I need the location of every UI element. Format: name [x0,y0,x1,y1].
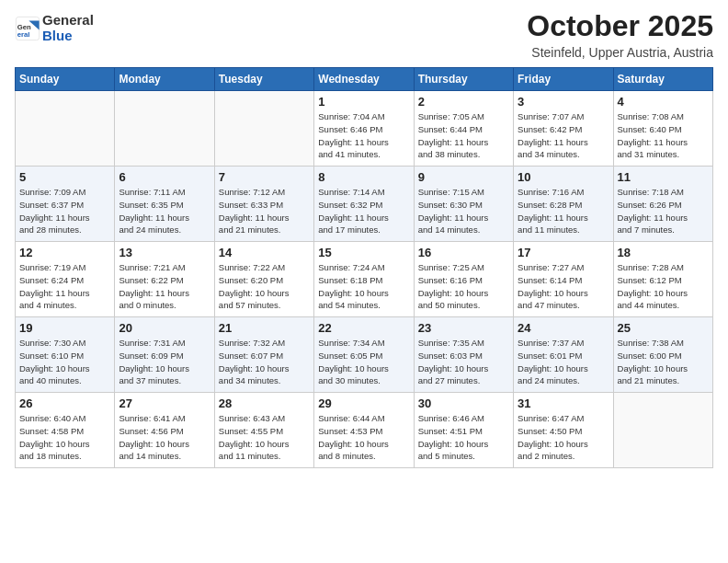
info-line: and 34 minutes. [518,149,580,159]
info-line: Daylight: 10 hours [518,439,588,449]
day-number: 6 [119,170,210,184]
info-line: Daylight: 10 hours [518,288,588,298]
day-cell: 20Sunrise: 7:31 AMSunset: 6:09 PMDayligh… [115,317,214,393]
day-cell: 10Sunrise: 7:16 AMSunset: 6:28 PMDayligh… [514,167,613,242]
day-info: Sunrise: 6:43 AMSunset: 4:55 PMDaylight:… [219,412,310,463]
day-number: 3 [518,95,609,109]
logo: Gen eral General Blue [15,13,94,43]
info-line: Sunset: 6:46 PM [318,124,382,134]
day-cell: 25Sunrise: 7:38 AMSunset: 6:00 PMDayligh… [613,317,712,393]
day-cell: 24Sunrise: 7:37 AMSunset: 6:01 PMDayligh… [514,317,613,393]
info-line: Sunrise: 7:35 AM [418,338,484,348]
info-line: Sunrise: 6:44 AM [318,413,384,423]
info-line: Sunset: 4:51 PM [418,426,483,436]
info-line: Daylight: 10 hours [318,288,389,298]
day-number: 21 [219,321,310,335]
week-row-4: 19Sunrise: 7:30 AMSunset: 6:10 PMDayligh… [16,317,713,393]
header-row: SundayMondayTuesdayWednesdayThursdayFrid… [16,68,713,91]
info-line: Sunset: 6:09 PM [119,350,183,361]
main-title: October 2025 [527,9,713,43]
info-line: and 5 minutes. [418,451,475,461]
day-info: Sunrise: 6:41 AMSunset: 4:56 PMDaylight:… [119,412,210,463]
day-info: Sunrise: 7:27 AMSunset: 6:14 PMDaylight:… [518,261,609,312]
day-cell: 8Sunrise: 7:14 AMSunset: 6:32 PMDaylight… [314,167,414,242]
day-cell: 12Sunrise: 7:19 AMSunset: 6:24 PMDayligh… [16,242,115,317]
logo-icon: Gen eral [15,16,40,41]
info-line: and 47 minutes. [518,300,580,310]
info-line: and 57 minutes. [219,300,281,310]
day-info: Sunrise: 6:47 AMSunset: 4:50 PMDaylight:… [518,412,609,463]
info-line: Daylight: 10 hours [418,363,489,373]
day-header-sunday: Sunday [16,68,115,91]
info-line: and 14 minutes. [119,451,181,461]
day-cell: 14Sunrise: 7:22 AMSunset: 6:20 PMDayligh… [214,242,313,317]
day-cell: 7Sunrise: 7:12 AMSunset: 6:33 PMDaylight… [214,167,313,242]
info-line: Sunset: 6:24 PM [19,275,84,285]
day-info: Sunrise: 7:15 AMSunset: 6:30 PMDaylight:… [418,186,509,236]
day-cell: 15Sunrise: 7:24 AMSunset: 6:18 PMDayligh… [314,242,414,317]
day-info: Sunrise: 7:38 AMSunset: 6:00 PMDaylight:… [618,337,709,387]
info-line: Daylight: 10 hours [219,439,290,449]
day-cell: 3Sunrise: 7:07 AMSunset: 6:42 PMDaylight… [514,91,613,167]
week-row-5: 26Sunrise: 6:40 AMSunset: 4:58 PMDayligh… [16,393,713,468]
info-line: Sunset: 6:05 PM [318,350,382,361]
info-line: and 44 minutes. [618,300,680,310]
day-cell: 18Sunrise: 7:28 AMSunset: 6:12 PMDayligh… [613,242,712,317]
day-info: Sunrise: 7:04 AMSunset: 6:46 PMDaylight:… [318,110,409,161]
info-line: Daylight: 10 hours [219,363,290,373]
info-line: and 40 minutes. [19,375,82,385]
calendar-table: SundayMondayTuesdayWednesdayThursdayFrid… [15,67,713,468]
day-number: 4 [618,95,709,109]
day-header-thursday: Thursday [414,68,513,91]
day-number: 29 [318,396,409,410]
info-line: and 24 minutes. [518,375,580,385]
info-line: Daylight: 10 hours [19,439,90,449]
info-line: Daylight: 11 hours [618,213,688,223]
day-info: Sunrise: 7:32 AMSunset: 6:07 PMDaylight:… [219,337,310,387]
info-line: Sunset: 6:35 PM [119,200,183,210]
info-line: and 38 minutes. [418,149,481,159]
info-line: Sunset: 4:58 PM [19,426,84,436]
day-number: 28 [219,396,310,410]
info-line: Daylight: 11 hours [318,213,389,223]
day-info: Sunrise: 7:09 AMSunset: 6:37 PMDaylight:… [19,186,110,236]
day-cell: 23Sunrise: 7:35 AMSunset: 6:03 PMDayligh… [414,317,513,393]
day-cell: 21Sunrise: 7:32 AMSunset: 6:07 PMDayligh… [214,317,313,393]
info-line: Sunset: 6:12 PM [618,275,682,285]
info-line: and 14 minutes. [418,224,481,235]
info-line: Sunset: 6:10 PM [19,350,84,361]
day-cell: 31Sunrise: 6:47 AMSunset: 4:50 PMDayligh… [514,393,613,468]
info-line: and 31 minutes. [618,149,680,159]
info-line: Sunrise: 6:46 AM [418,413,484,423]
day-header-saturday: Saturday [613,68,712,91]
info-line: Sunrise: 7:14 AM [318,187,384,197]
info-line: Sunset: 6:26 PM [618,200,682,210]
info-line: and 21 minutes. [618,375,680,385]
day-info: Sunrise: 7:07 AMSunset: 6:42 PMDaylight:… [518,110,609,161]
day-info: Sunrise: 7:12 AMSunset: 6:33 PMDaylight:… [219,186,310,236]
info-line: Sunrise: 7:27 AM [518,262,584,272]
day-info: Sunrise: 7:14 AMSunset: 6:32 PMDaylight:… [318,186,409,236]
info-line: Daylight: 11 hours [19,213,90,223]
info-line: Sunset: 6:22 PM [119,275,183,285]
info-line: Sunrise: 7:09 AM [19,187,85,197]
day-info: Sunrise: 7:30 AMSunset: 6:10 PMDaylight:… [19,337,110,387]
day-cell: 11Sunrise: 7:18 AMSunset: 6:26 PMDayligh… [613,167,712,242]
svg-text:eral: eral [17,30,30,39]
info-line: Sunset: 6:18 PM [318,275,382,285]
day-cell: 2Sunrise: 7:05 AMSunset: 6:44 PMDaylight… [414,91,513,167]
day-number: 16 [418,246,509,259]
info-line: and 54 minutes. [318,300,381,310]
info-line: and 18 minutes. [19,451,82,461]
info-line: and 21 minutes. [219,224,281,235]
info-line: Sunrise: 7:25 AM [418,262,484,272]
day-info: Sunrise: 7:34 AMSunset: 6:05 PMDaylight:… [318,337,409,387]
info-line: Sunset: 6:40 PM [618,124,682,134]
day-header-wednesday: Wednesday [314,68,414,91]
info-line: Daylight: 11 hours [418,137,489,147]
day-header-monday: Monday [115,68,214,91]
info-line: Sunset: 6:42 PM [518,124,582,134]
week-row-1: 1Sunrise: 7:04 AMSunset: 6:46 PMDaylight… [16,91,713,167]
info-line: and 50 minutes. [418,300,481,310]
info-line: and 2 minutes. [518,451,574,461]
